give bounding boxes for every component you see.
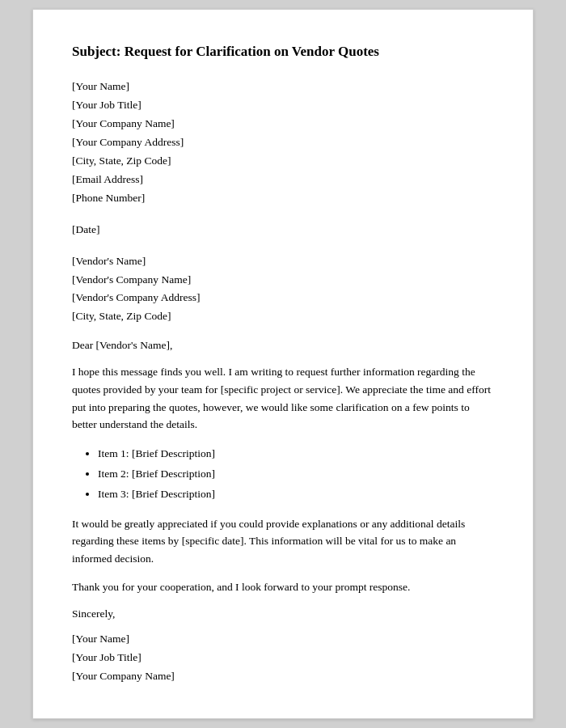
date: [Date] (72, 221, 494, 239)
bullet-list: Item 1: [Brief Description]Item 2: [Brie… (98, 445, 494, 504)
sender-job-title: [Your Job Title] (72, 96, 494, 115)
thanks-paragraph: Thank you for your cooperation, and I lo… (72, 578, 494, 596)
sender-address: [Your Company Address] (72, 133, 494, 152)
sender-email: [Email Address] (72, 171, 494, 189)
document: Subject: Request for Clarification on Ve… (32, 9, 534, 718)
signature-company-name: [Your Company Name] (72, 667, 494, 686)
closing: Sincerely, (72, 607, 494, 620)
subject-line: Subject: Request for Clarification on Ve… (72, 42, 494, 61)
signature-name: [Your Name] (72, 630, 494, 649)
sender-phone: [Phone Number] (72, 189, 494, 208)
sender-city-state-zip: [City, State, Zip Code] (72, 152, 494, 171)
followup-paragraph: It would be greatly appreciated if you c… (72, 515, 494, 568)
recipient-block: [Vendor's Name] [Vendor's Company Name] … (72, 252, 494, 327)
salutation: Dear [Vendor's Name], (72, 339, 494, 352)
sender-block: [Your Name] [Your Job Title] [Your Compa… (72, 78, 494, 208)
signature-block: [Your Name] [Your Job Title] [Your Compa… (72, 630, 494, 686)
intro-paragraph: I hope this message finds you well. I am… (72, 363, 494, 433)
recipient-address: [Vendor's Company Address] (72, 289, 494, 307)
list-item: Item 1: [Brief Description] (98, 445, 494, 463)
recipient-name: [Vendor's Name] (72, 252, 494, 271)
list-item: Item 3: [Brief Description] (98, 485, 494, 504)
recipient-company-name: [Vendor's Company Name] (72, 271, 494, 290)
recipient-city-state-zip: [City, State, Zip Code] (72, 307, 494, 326)
sender-company-name: [Your Company Name] (72, 115, 494, 133)
sender-name: [Your Name] (72, 78, 494, 96)
signature-job-title: [Your Job Title] (72, 649, 494, 667)
date-block: [Date] (72, 221, 494, 239)
list-item: Item 2: [Brief Description] (98, 465, 494, 484)
